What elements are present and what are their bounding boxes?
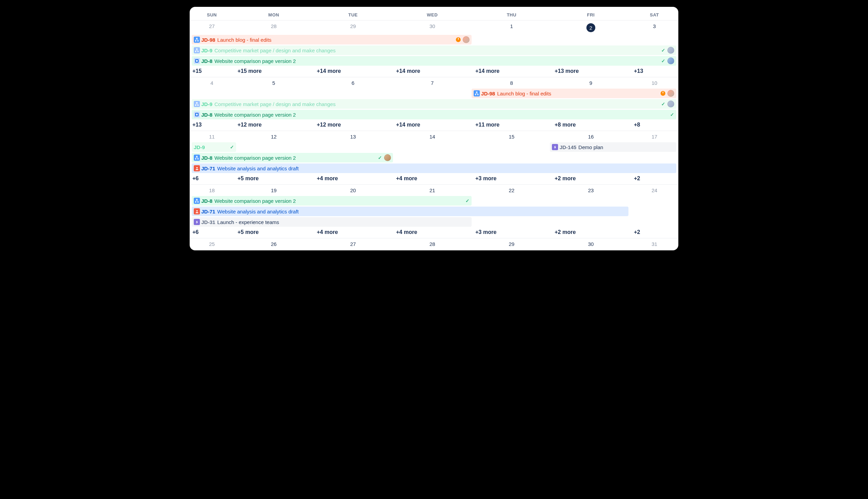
date-cell[interactable]: 9 <box>551 77 630 88</box>
more-events-link[interactable]: +3 more <box>472 175 551 182</box>
event-bar[interactable]: JD-98Launch blog - final edits <box>471 88 676 98</box>
more-events-link[interactable]: +14 more <box>393 122 472 128</box>
more-events-link[interactable]: +13 more <box>551 68 630 74</box>
more-events-link[interactable]: +14 more <box>393 68 472 74</box>
more-events-link[interactable]: +8 <box>630 122 678 128</box>
date-cell[interactable]: 20 <box>313 185 393 195</box>
more-events-link[interactable]: +11 more <box>472 122 551 128</box>
date-cell[interactable]: 30 <box>551 239 630 249</box>
more-events-link[interactable]: +15 more <box>234 68 313 74</box>
more-events-link[interactable]: +14 more <box>472 68 551 74</box>
calendar-week-row: 27282930123JD-98Launch blog - final edit… <box>190 21 678 77</box>
assignee-avatar[interactable] <box>667 58 674 64</box>
date-cell[interactable]: 18 <box>190 185 234 195</box>
date-cell[interactable]: 17 <box>630 131 678 142</box>
issue-title: Launch - experience teams <box>217 219 279 225</box>
svg-rect-9 <box>196 102 198 103</box>
more-events-link[interactable]: +6 <box>190 175 234 182</box>
date-cell[interactable]: 30 <box>393 21 472 34</box>
epic-icon <box>194 219 200 225</box>
event-bar[interactable]: JD-9Competitive market page / design and… <box>192 46 676 55</box>
date-cell[interactable]: 16 <box>551 131 630 142</box>
issue-title: Website comparison page version 2 <box>215 155 296 161</box>
date-cell[interactable]: 3 <box>630 21 678 34</box>
check-icon: ✓ <box>378 155 382 160</box>
more-events-link[interactable]: +2 <box>630 175 678 182</box>
date-cell[interactable]: 22 <box>472 185 551 195</box>
event-bar[interactable]: JD-31Launch - experience teams <box>192 217 471 227</box>
date-cell[interactable]: 23 <box>551 185 630 195</box>
date-cell[interactable]: 24 <box>630 185 678 195</box>
event-bar[interactable]: JD-145Demo plan <box>550 142 676 152</box>
assignee-avatar[interactable] <box>667 47 674 54</box>
more-events-link[interactable]: +2 <box>630 229 678 235</box>
date-cell[interactable]: 5 <box>234 77 313 88</box>
date-cell[interactable]: 29 <box>472 239 551 249</box>
event-bar[interactable]: JD-8Website comparison page version 2✓ <box>192 110 676 119</box>
svg-rect-1 <box>195 40 197 41</box>
assignee-avatar[interactable] <box>667 100 674 107</box>
date-cell[interactable]: 13 <box>313 131 393 142</box>
event-bar[interactable]: JD-71Website analysis and analytics draf… <box>192 207 628 216</box>
more-events-link[interactable]: +6 <box>190 229 234 235</box>
more-events-link[interactable]: +2 more <box>551 229 630 235</box>
check-icon: ✓ <box>465 198 469 204</box>
issue-key: JD-8 <box>201 58 213 64</box>
more-events-link[interactable]: +15 <box>190 68 234 74</box>
date-cell[interactable]: 15 <box>472 131 551 142</box>
date-cell[interactable]: 28 <box>393 239 472 249</box>
date-cell[interactable]: 8 <box>472 77 551 88</box>
more-events-link[interactable]: +14 more <box>313 68 393 74</box>
day-header: WED <box>393 9 472 20</box>
more-events-link[interactable]: +4 more <box>313 229 393 235</box>
more-events-link[interactable]: +5 more <box>234 229 313 235</box>
event-bar[interactable]: JD-9Competitive market page / design and… <box>192 99 676 109</box>
event-bar[interactable]: JD-8Website comparison page version 2✓ <box>192 56 676 66</box>
assignee-avatar[interactable] <box>463 36 469 43</box>
date-cell[interactable]: 27 <box>190 21 234 34</box>
more-events-link[interactable]: +2 more <box>551 175 630 182</box>
event-bar[interactable]: JD-8Website comparison page version 2✓ <box>192 196 471 206</box>
more-events-link[interactable]: +13 <box>630 68 678 74</box>
more-events-link[interactable]: +4 more <box>393 175 472 182</box>
date-cell[interactable]: 27 <box>313 239 393 249</box>
more-events-link[interactable]: +12 more <box>234 122 313 128</box>
date-cell[interactable]: 2 <box>551 21 630 34</box>
date-cell[interactable]: 19 <box>234 185 313 195</box>
date-cell[interactable]: 21 <box>393 185 472 195</box>
more-events-link[interactable]: +3 more <box>472 229 551 235</box>
date-cell[interactable]: 26 <box>234 239 313 249</box>
date-cell[interactable]: 11 <box>190 131 234 142</box>
more-events-link[interactable]: +8 more <box>551 122 630 128</box>
event-bar[interactable]: JD-98Launch blog - final edits <box>192 35 471 45</box>
date-cell[interactable]: 6 <box>313 77 393 88</box>
issue-title: Launch blog - final edits <box>217 37 271 43</box>
date-cell[interactable]: 4 <box>190 77 234 88</box>
date-cell[interactable]: 25 <box>190 239 234 249</box>
more-events-link[interactable]: +13 <box>190 122 234 128</box>
svg-rect-3 <box>196 49 198 50</box>
event-bar[interactable]: JD-8Website comparison page version 2✓ <box>192 153 393 162</box>
day-header: SUN <box>190 9 234 20</box>
more-events-link[interactable]: +5 more <box>234 175 313 182</box>
more-events-link[interactable]: +4 more <box>313 175 393 182</box>
event-bar[interactable]: JD-71Website analysis and analytics draf… <box>192 163 676 173</box>
date-cell[interactable]: 1 <box>472 21 551 34</box>
more-events-link[interactable]: +12 more <box>313 122 393 128</box>
check-icon: ✓ <box>661 48 665 53</box>
event-bar[interactable]: JD-9✓ <box>192 142 236 152</box>
date-cell[interactable]: 10 <box>630 77 678 88</box>
more-events-link[interactable]: +4 more <box>393 229 472 235</box>
date-cell[interactable]: 12 <box>234 131 313 142</box>
date-cell[interactable]: 29 <box>313 21 393 34</box>
subtask-icon <box>194 37 200 43</box>
issue-key: JD-8 <box>201 198 213 204</box>
date-cell[interactable]: 7 <box>393 77 472 88</box>
assignee-avatar[interactable] <box>384 154 391 161</box>
calendar-week-row: 18192021222324JD-8Website comparison pag… <box>190 185 678 239</box>
date-cell[interactable]: 28 <box>234 21 313 34</box>
svg-point-19 <box>196 210 198 211</box>
assignee-avatar[interactable] <box>667 90 674 97</box>
date-cell[interactable]: 14 <box>393 131 472 142</box>
date-cell[interactable]: 31 <box>630 239 678 249</box>
